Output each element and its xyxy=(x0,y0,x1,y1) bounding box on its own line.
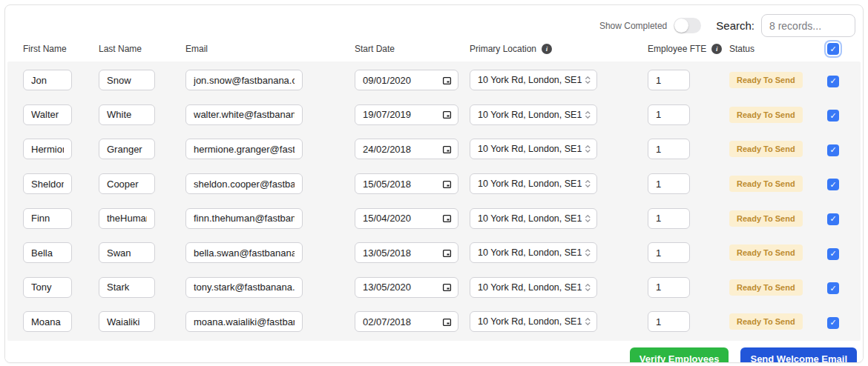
fte-input[interactable] xyxy=(648,104,690,125)
select-chevrons-icon xyxy=(585,213,591,224)
fte-input[interactable] xyxy=(648,277,690,298)
fte-input[interactable] xyxy=(648,70,690,90)
start-date-input[interactable] xyxy=(355,70,458,90)
col-email: Email xyxy=(185,44,355,54)
row-checkbox[interactable]: ✓ xyxy=(827,282,839,294)
status-badge: Ready To Send xyxy=(729,210,803,227)
fte-input[interactable] xyxy=(648,242,690,263)
location-select[interactable]: 10 York Rd, London, SE1 7ND xyxy=(470,173,597,194)
calendar-icon[interactable] xyxy=(442,282,452,292)
location-select[interactable]: 10 York Rd, London, SE1 7ND xyxy=(470,70,597,90)
location-value: 10 York Rd, London, SE1 7ND xyxy=(478,75,585,85)
start-date-value[interactable] xyxy=(363,282,442,293)
last-name-input[interactable] xyxy=(99,104,155,125)
start-date-input[interactable] xyxy=(355,242,458,263)
email-input[interactable] xyxy=(185,70,303,90)
row-checkbox[interactable]: ✓ xyxy=(827,248,839,260)
last-name-input[interactable] xyxy=(99,139,155,159)
check-icon: ✓ xyxy=(829,319,836,327)
location-select[interactable]: 10 York Rd, London, SE1 7ND xyxy=(470,104,597,125)
email-input[interactable] xyxy=(185,311,303,332)
email-input[interactable] xyxy=(185,139,303,159)
last-name-input[interactable] xyxy=(99,277,155,298)
last-name-input[interactable] xyxy=(99,173,155,194)
start-date-input[interactable] xyxy=(355,173,458,194)
first-name-input[interactable] xyxy=(23,277,72,298)
first-name-input[interactable] xyxy=(23,208,72,229)
email-input[interactable] xyxy=(185,277,303,298)
table-row: 10 York Rd, London, SE1 7ND Ready To Sen… xyxy=(7,132,861,167)
calendar-icon[interactable] xyxy=(442,76,452,85)
search-label: Search: xyxy=(716,19,754,32)
first-name-input[interactable] xyxy=(23,311,72,332)
location-value: 10 York Rd, London, SE1 7ND xyxy=(478,179,585,189)
calendar-icon[interactable] xyxy=(442,317,452,327)
search-input[interactable] xyxy=(761,14,855,37)
start-date-value[interactable] xyxy=(363,179,442,190)
last-name-input[interactable] xyxy=(99,311,155,332)
location-select[interactable]: 10 York Rd, London, SE1 7ND xyxy=(470,311,597,332)
fte-input[interactable] xyxy=(648,208,690,229)
start-date-input[interactable] xyxy=(355,104,458,125)
row-checkbox[interactable]: ✓ xyxy=(827,110,839,122)
first-name-input[interactable] xyxy=(23,104,72,125)
table-row: 10 York Rd, London, SE1 7ND Ready To Sen… xyxy=(7,98,861,133)
show-completed-toggle[interactable] xyxy=(674,18,701,33)
start-date-input[interactable] xyxy=(355,277,458,298)
start-date-value[interactable] xyxy=(363,144,442,155)
verify-employees-button[interactable]: Verify Employees xyxy=(630,347,729,363)
calendar-icon[interactable] xyxy=(442,213,452,223)
fte-input[interactable] xyxy=(648,173,690,194)
send-welcome-email-button[interactable]: Send Welcome Email xyxy=(740,347,857,363)
info-icon[interactable]: i xyxy=(542,44,552,54)
last-name-input[interactable] xyxy=(99,70,155,90)
start-date-value[interactable] xyxy=(363,316,442,327)
calendar-icon[interactable] xyxy=(442,144,452,154)
location-select[interactable]: 10 York Rd, London, SE1 7ND xyxy=(470,277,597,298)
select-chevrons-icon xyxy=(585,282,591,293)
fte-input[interactable] xyxy=(648,139,690,159)
row-checkbox[interactable]: ✓ xyxy=(827,213,839,225)
check-icon: ✓ xyxy=(829,285,836,293)
first-name-input[interactable] xyxy=(23,242,72,263)
row-checkbox[interactable]: ✓ xyxy=(827,76,839,87)
start-date-value[interactable] xyxy=(363,109,442,120)
calendar-icon[interactable] xyxy=(442,248,452,258)
start-date-value[interactable] xyxy=(363,75,442,86)
start-date-input[interactable] xyxy=(355,311,458,332)
col-start-date: Start Date xyxy=(355,44,470,54)
email-input[interactable] xyxy=(185,104,303,125)
select-chevrons-icon xyxy=(585,143,591,155)
status-badge: Ready To Send xyxy=(729,244,803,261)
location-select[interactable]: 10 York Rd, London, SE1 7ND xyxy=(470,139,597,159)
col-employee-fte: Employee FTE i xyxy=(648,44,729,54)
fte-input[interactable] xyxy=(648,311,690,332)
table-row: 10 York Rd, London, SE1 7ND Ready To Sen… xyxy=(7,270,861,305)
row-checkbox[interactable]: ✓ xyxy=(827,179,839,190)
row-checkbox[interactable]: ✓ xyxy=(827,144,839,156)
first-name-input[interactable] xyxy=(23,139,72,159)
start-date-input[interactable] xyxy=(355,208,458,229)
info-icon[interactable]: i xyxy=(711,44,722,54)
location-select[interactable]: 10 York Rd, London, SE1 7ND xyxy=(470,242,597,263)
last-name-input[interactable] xyxy=(99,242,155,263)
topbar: Show Completed Search: xyxy=(5,5,863,41)
start-date-input[interactable] xyxy=(355,139,458,159)
location-select[interactable]: 10 York Rd, London, SE1 7ND xyxy=(470,208,597,229)
first-name-input[interactable] xyxy=(23,173,72,194)
select-all-checkbox[interactable]: ✓ xyxy=(827,43,839,55)
first-name-input[interactable] xyxy=(23,70,72,90)
start-date-value[interactable] xyxy=(363,247,442,259)
status-badge: Ready To Send xyxy=(729,313,803,330)
row-checkbox[interactable]: ✓ xyxy=(827,317,839,329)
column-header-row: First Name Last Name Email Start Date Pr… xyxy=(5,41,863,61)
calendar-icon[interactable] xyxy=(442,179,452,189)
email-input[interactable] xyxy=(185,208,303,229)
email-input[interactable] xyxy=(185,173,303,194)
email-input[interactable] xyxy=(185,242,303,263)
start-date-value[interactable] xyxy=(363,213,442,224)
status-badge: Ready To Send xyxy=(729,107,803,123)
calendar-icon[interactable] xyxy=(442,110,452,119)
col-primary-location: Primary Location i xyxy=(470,44,648,54)
last-name-input[interactable] xyxy=(99,208,155,229)
